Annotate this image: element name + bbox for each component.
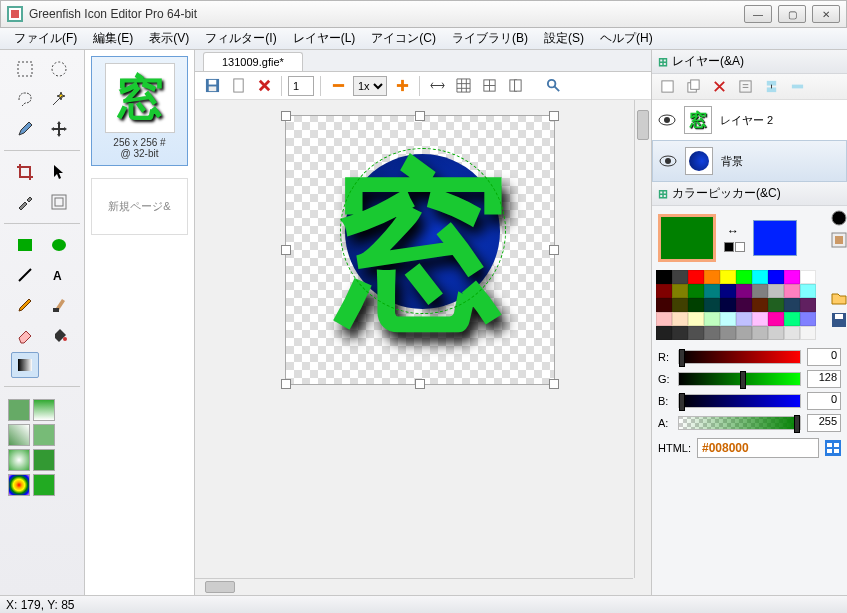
palette-cell[interactable] xyxy=(688,312,704,326)
canvas-viewport[interactable]: 窓 xyxy=(195,100,651,595)
gradient-tool[interactable] xyxy=(11,352,39,378)
pencil-tool[interactable] xyxy=(11,116,39,142)
pattern-swatch[interactable] xyxy=(33,424,55,446)
pointer-tool[interactable] xyxy=(45,159,73,185)
palette-cell[interactable] xyxy=(656,270,672,284)
eraser-tool[interactable] xyxy=(11,322,39,348)
new-layer-button[interactable] xyxy=(656,77,678,97)
rect-select-tool[interactable] xyxy=(11,56,39,82)
zoom-in-button[interactable] xyxy=(391,75,413,97)
resize-handle[interactable] xyxy=(281,111,291,121)
search-button[interactable] xyxy=(542,75,564,97)
palette-cell[interactable] xyxy=(752,326,768,340)
palette-cell[interactable] xyxy=(672,284,688,298)
palette-cell[interactable] xyxy=(784,312,800,326)
resize-handle[interactable] xyxy=(549,379,559,389)
pattern-swatch[interactable] xyxy=(8,474,30,496)
palette-cell[interactable] xyxy=(736,298,752,312)
resize-handle[interactable] xyxy=(415,111,425,121)
palette-cell[interactable] xyxy=(720,312,736,326)
draw-pencil-tool[interactable] xyxy=(11,292,39,318)
frame-tool[interactable] xyxy=(45,189,73,215)
text-tool[interactable]: A xyxy=(45,262,73,288)
resize-handle[interactable] xyxy=(549,111,559,121)
palette-cell[interactable] xyxy=(768,298,784,312)
save-button[interactable] xyxy=(201,75,223,97)
palette-cell[interactable] xyxy=(784,326,800,340)
palette-cell[interactable] xyxy=(704,312,720,326)
palette-cell[interactable] xyxy=(704,326,720,340)
pattern-swatch[interactable] xyxy=(33,399,55,421)
swap-colors-button[interactable]: ↔ xyxy=(724,224,742,238)
palette-cell[interactable] xyxy=(672,326,688,340)
pages-button[interactable] xyxy=(504,75,526,97)
page-number-box[interactable]: 1 xyxy=(288,76,314,96)
visibility-toggle-icon[interactable] xyxy=(659,154,677,168)
menu-view[interactable]: 表示(V) xyxy=(141,28,197,49)
merge-down-button[interactable] xyxy=(760,77,782,97)
layers-panel-header[interactable]: ⊞レイヤー(&A) xyxy=(652,50,847,74)
palette-cell[interactable] xyxy=(784,270,800,284)
move-tool[interactable] xyxy=(45,116,73,142)
palette-cell[interactable] xyxy=(704,284,720,298)
palette-settings-icon[interactable] xyxy=(831,232,847,248)
palette-cell[interactable] xyxy=(784,298,800,312)
close-button[interactable]: ✕ xyxy=(812,5,840,23)
green-slider[interactable] xyxy=(678,372,801,386)
palette-cell[interactable] xyxy=(688,284,704,298)
flatten-button[interactable] xyxy=(786,77,808,97)
palette-cell[interactable] xyxy=(720,270,736,284)
menu-layer[interactable]: レイヤー(L) xyxy=(285,28,364,49)
windows-color-dialog-icon[interactable] xyxy=(825,440,841,456)
ellipse-tool[interactable] xyxy=(45,232,73,258)
palette-cell[interactable] xyxy=(752,312,768,326)
palette-cell[interactable] xyxy=(768,270,784,284)
zoom-select[interactable]: 1x xyxy=(353,76,387,96)
palette-cell[interactable] xyxy=(736,312,752,326)
new-page-button[interactable] xyxy=(227,75,249,97)
palette-cell[interactable] xyxy=(752,298,768,312)
palette-cell[interactable] xyxy=(784,284,800,298)
blue-slider[interactable] xyxy=(678,394,801,408)
green-value[interactable]: 128 xyxy=(807,370,841,388)
default-black-swatch[interactable] xyxy=(724,242,734,252)
palette-wheel-icon[interactable] xyxy=(831,210,847,226)
palette-cell[interactable] xyxy=(656,326,672,340)
alpha-slider[interactable] xyxy=(678,416,801,430)
horizontal-scrollbar[interactable] xyxy=(195,578,633,595)
brush-tool[interactable] xyxy=(45,292,73,318)
lasso-tool[interactable] xyxy=(11,86,39,112)
magic-wand-tool[interactable] xyxy=(45,86,73,112)
palette-cell[interactable] xyxy=(768,312,784,326)
grid-button[interactable] xyxy=(452,75,474,97)
minimize-button[interactable]: — xyxy=(744,5,772,23)
fit-width-button[interactable] xyxy=(426,75,448,97)
blue-value[interactable]: 0 xyxy=(807,392,841,410)
palette-cell[interactable] xyxy=(672,312,688,326)
layer-row[interactable]: 窓 レイヤー 2 xyxy=(652,100,847,140)
menu-library[interactable]: ライブラリ(B) xyxy=(444,28,536,49)
palette-cell[interactable] xyxy=(656,312,672,326)
document-tab[interactable]: 131009.gfie* xyxy=(203,52,303,71)
palette-cell[interactable] xyxy=(688,298,704,312)
palette-cell[interactable] xyxy=(736,270,752,284)
palette-cell[interactable] xyxy=(736,284,752,298)
palette-cell[interactable] xyxy=(800,312,816,326)
palette-cell[interactable] xyxy=(800,326,816,340)
menu-edit[interactable]: 編集(E) xyxy=(85,28,141,49)
palette-cell[interactable] xyxy=(688,326,704,340)
palette-cell[interactable] xyxy=(688,270,704,284)
save-palette-icon[interactable] xyxy=(831,312,847,328)
crop-tool[interactable] xyxy=(11,159,39,185)
selection-marquee[interactable] xyxy=(340,148,506,314)
eyedropper-tool[interactable] xyxy=(11,189,39,215)
palette-cell[interactable] xyxy=(736,326,752,340)
zoom-out-button[interactable] xyxy=(327,75,349,97)
pattern-swatch[interactable] xyxy=(8,449,30,471)
menu-icon[interactable]: アイコン(C) xyxy=(363,28,444,49)
bucket-tool[interactable] xyxy=(45,322,73,348)
resize-handle[interactable] xyxy=(415,379,425,389)
menu-settings[interactable]: 設定(S) xyxy=(536,28,592,49)
palette-cell[interactable] xyxy=(768,284,784,298)
resize-handle[interactable] xyxy=(549,245,559,255)
